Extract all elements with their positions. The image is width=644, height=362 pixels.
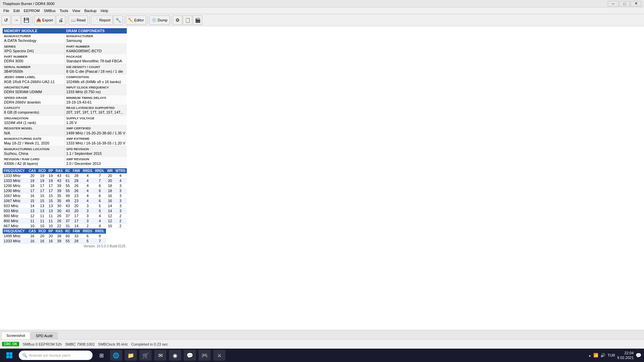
left-label: PART NUMBER: [4, 54, 63, 59]
record-button[interactable]: 🎬: [193, 15, 202, 25]
left-label: CAPACITY: [4, 106, 63, 110]
timing-row-xmp: 1499 MHz16202038603368: [3, 234, 127, 239]
windows-logo-icon: [6, 352, 13, 359]
status-bar: CRC OK SMBus 0 EEPROM 52h SMBC 790B:1002…: [0, 339, 644, 349]
taskbar-right: ▲ 📶 🔊 TUR 22:04 9.02.2021 💬: [588, 351, 641, 360]
toolbar-sep1: [32, 16, 33, 24]
menu-backup[interactable]: Backup: [82, 8, 99, 13]
right-label: PACKAGE: [66, 54, 126, 59]
report-button[interactable]: 📄Report: [91, 15, 113, 25]
timing-row: 1333 MHz20191943612847204: [3, 173, 127, 178]
menu-bar: File Edit EEPROM SMBus Tools View Backup…: [0, 7, 644, 14]
app6-button[interactable]: 💬: [184, 350, 196, 361]
spd-info-row: PART NUMBER DDR4 3000 PACKAGE Standard M…: [3, 54, 127, 64]
menu-edit[interactable]: Edit: [11, 8, 22, 13]
right-value: 1333 MHz (0.750 ns): [66, 89, 126, 94]
tab-screenshot[interactable]: Screenshot: [1, 332, 30, 339]
right-label: INPUT CLOCK FREQUENCY: [66, 85, 126, 89]
right-label: DIE DENSITY / COUNT: [66, 65, 126, 69]
left-label: REVISION / RAW CARD: [4, 157, 63, 161]
menu-smbus[interactable]: SMBus: [42, 8, 57, 13]
print-button[interactable]: 🖨: [56, 15, 65, 25]
chrome-button[interactable]: ◉: [169, 350, 181, 361]
svg-rect-0: [6, 352, 9, 355]
right-value: 2.0 / December 2013: [66, 161, 126, 166]
right-label: SPD REVISION: [66, 147, 126, 151]
left-value: 4300h / A2 (8 layers): [4, 161, 63, 166]
right-value: 1333 MHz / 16-16-16-39-55 / 1.20 V: [66, 141, 126, 145]
spd-info-table: MEMORY MODULE DRAM COMPONENTS MANUFACTUR…: [3, 28, 127, 167]
status-smbus: SMBus 0 EEPROM 52h: [22, 342, 62, 346]
explorer-button[interactable]: 📁: [125, 350, 137, 361]
menu-eeprom[interactable]: EEPROM: [22, 8, 42, 13]
clipboard-button[interactable]: 📋: [183, 15, 192, 25]
left-value: DDR4 3000: [4, 59, 63, 63]
right-value: 1.20 V: [66, 120, 126, 125]
right-label: SUPPLY VOLTAGE: [66, 116, 126, 120]
right-value: K4A8G085WC-BCTD: [66, 49, 126, 53]
start-button[interactable]: [3, 350, 16, 361]
language-indicator: TUR: [607, 353, 615, 357]
dump-button[interactable]: 💿Dump: [149, 15, 170, 25]
left-value: Suzhou, China: [4, 151, 63, 156]
left-value: DDR4 SDRAM UDIMM: [4, 89, 63, 94]
gear-button[interactable]: ⚙: [173, 15, 182, 25]
left-value: DDR4-2666V downbin: [4, 100, 63, 105]
right-label: XMP CERTIFIED: [66, 126, 126, 130]
right-label: XMP EXTREME: [66, 136, 126, 141]
maximize-button[interactable]: □: [619, 1, 630, 6]
svg-rect-2: [6, 356, 9, 359]
task-view-button[interactable]: ⊞: [95, 350, 107, 361]
title-bar-title: Thaiphoon Burner / DDR4 3000: [3, 2, 55, 6]
left-label: SPEED GRADE: [4, 96, 63, 100]
menu-view[interactable]: View: [70, 8, 83, 13]
right-value: 1.1 / September 2015: [66, 151, 126, 156]
search-placeholder: Aramak için buraya yazın: [29, 353, 71, 357]
store-button[interactable]: 🛒: [140, 350, 152, 361]
taskbar: 🔍 Aramak için buraya yazın ⊞ 🌐 📁 🛒 ✉ ◉ 💬…: [0, 349, 644, 362]
status-smbc-clock: SMBClock 95 kHz: [98, 342, 128, 346]
toolbar-sep5: [148, 16, 148, 24]
wrench-button[interactable]: 🔧: [113, 15, 123, 25]
toolbar-sep3: [89, 16, 90, 24]
left-label: SERIES: [4, 44, 63, 49]
right-value: 8 Gb C-die (Pascal / 18 nm) / 1 die: [66, 69, 126, 74]
menu-help[interactable]: Help: [99, 8, 110, 13]
right-value: 1499 MHz / 16-20-20-38-60 / 1.35 V: [66, 131, 126, 135]
right-label: READ LATENCIES SUPPORTED: [66, 106, 126, 110]
export-button[interactable]: 📤Export: [34, 15, 55, 25]
menu-tools[interactable]: Tools: [58, 8, 70, 13]
toolbar: ↺ → 💾 📤Export 🖨 📖Read 📄Report 🔧 ✏️Editor…: [0, 14, 644, 26]
edge-button[interactable]: 🌐: [110, 350, 122, 361]
back-button[interactable]: ↺: [1, 15, 11, 25]
app8-button[interactable]: ⚔: [213, 350, 225, 361]
editor-button[interactable]: ✏️Editor: [126, 15, 146, 25]
tab-spd-audit[interactable]: SPD Audit: [31, 332, 58, 339]
minimize-button[interactable]: ─: [608, 1, 619, 6]
spd-info-row: MANUFACTURING DATE May 18-22 / Week 21, …: [3, 136, 127, 146]
app7-button[interactable]: 🎮: [199, 350, 211, 361]
left-value: 3B4F0500h: [4, 69, 63, 74]
spd-info-row: SERIAL NUMBER 3B4F0500h DIE DENSITY / CO…: [3, 64, 127, 74]
title-bar: Thaiphoon Burner / DDR4 3000 ─ □ ✕: [0, 0, 644, 7]
left-value: May 18-22 / Week 21, 2020: [4, 141, 63, 145]
close-button[interactable]: ✕: [631, 1, 641, 6]
search-box[interactable]: 🔍 Aramak için buraya yazın: [19, 351, 93, 360]
spd-info-row: SERIES XPG Spectrix D41 PART NUMBER K4A8…: [3, 44, 127, 54]
menu-file[interactable]: File: [1, 8, 11, 13]
mail-button[interactable]: ✉: [154, 350, 166, 361]
right-value: 20T, 19T, 18T, 17T, 16T, 15T, 14T...: [66, 110, 126, 115]
timing-row: 933 MHz14131330432035143: [3, 203, 127, 208]
network-icon: 📶: [593, 353, 598, 358]
tab-bar: Screenshot SPD Audit: [0, 330, 644, 339]
timing-row: 800 MHz12111126371734122: [3, 213, 127, 218]
timing-header-row-2: FREQUENCYCASRCDRPRASRCFAWRRDSRRDL: [3, 228, 127, 234]
save-button[interactable]: 💾: [21, 15, 31, 25]
right-label: COMPOSITION: [66, 75, 126, 79]
dram-components-header: DRAM COMPONENTS: [65, 28, 127, 34]
read-button[interactable]: 📖Read: [68, 15, 88, 25]
time: 22:04: [624, 351, 634, 355]
timing-row-xmp: 1333 MHz16161639552857: [3, 238, 127, 243]
left-label: MANUFACTURING DATE: [4, 136, 63, 141]
forward-button[interactable]: →: [11, 15, 21, 25]
